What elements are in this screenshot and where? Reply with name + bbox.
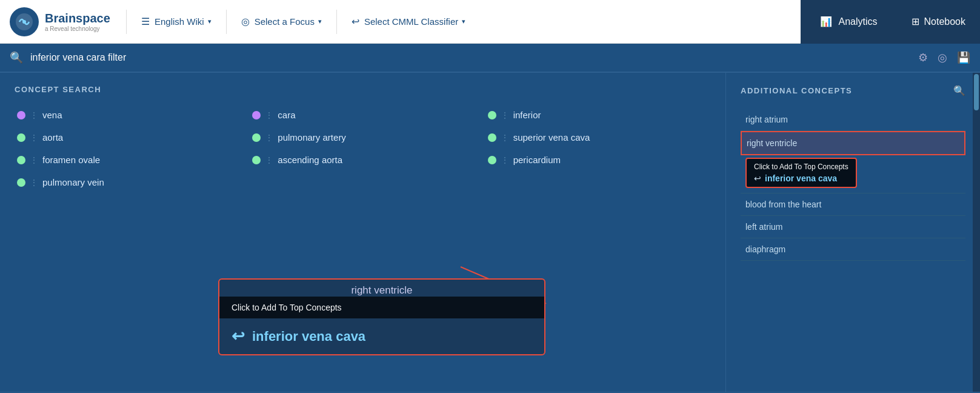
concept-aorta[interactable]: ⋮ aorta	[15, 129, 240, 146]
concept-label: pulmonary vein	[42, 177, 104, 187]
concept-label: cara	[278, 110, 295, 120]
drag-handle: ⋮	[501, 156, 508, 164]
svg-point-1	[22, 20, 26, 24]
concept-label: inferior	[513, 110, 541, 120]
filter-icon[interactable]: ⚙	[918, 51, 928, 64]
concept-pulmonary-artery[interactable]: ⋮ pulmonary artery	[250, 129, 475, 146]
concept-label: pulmonary artery	[278, 132, 346, 143]
concept-label: ascending aorta	[278, 155, 342, 165]
concept-foramen-ovale[interactable]: ⋮ foramen ovale	[15, 151, 240, 169]
classifier-label: Select CMML Classifier	[364, 16, 458, 27]
target-icon[interactable]: ◎	[938, 51, 947, 64]
focus-label: Select a Focus	[255, 16, 315, 27]
search-actions: ⚙ ◎ 💾	[918, 51, 970, 64]
concept-superior-vena-cava[interactable]: ⋮ superior vena cava	[485, 129, 711, 146]
classifier-icon: ↩	[352, 16, 359, 27]
concept-search-title: CONCEPT SEARCH	[15, 85, 711, 94]
drag-handle: ⋮	[30, 156, 38, 164]
additional-item-diaphragm[interactable]: diaphragm	[741, 238, 965, 261]
bottom-popup-label: Click to Add To Top Concepts	[219, 297, 544, 318]
tooltip-item[interactable]: ↩ inferior vena cava	[754, 173, 848, 183]
notebook-icon: ⊞	[912, 16, 919, 27]
concept-label: pericardium	[513, 155, 561, 165]
dot-purple	[17, 111, 25, 119]
brand-sub: a Reveal technology	[45, 25, 110, 32]
dot-green	[252, 133, 261, 142]
bottom-popup-item[interactable]: ↩ inferior vena cava	[219, 318, 544, 354]
dot-green	[252, 156, 261, 164]
save-icon[interactable]: 💾	[957, 51, 970, 64]
concept-cara[interactable]: ⋮ cara	[250, 106, 475, 124]
dot-green	[17, 178, 25, 187]
bottom-popup-above-text: right ventricle	[219, 280, 544, 297]
analytics-button[interactable]: 📊 Analytics	[801, 0, 896, 44]
concept-vena[interactable]: ⋮ vena	[15, 106, 240, 124]
drag-handle: ⋮	[265, 111, 273, 119]
wiki-label: English Wiki	[155, 16, 204, 27]
dot-green	[488, 156, 496, 164]
concept-ascending-aorta[interactable]: ⋮ ascending aorta	[250, 151, 475, 169]
bottom-popup-cursor-icon: ↩	[232, 327, 245, 346]
notebook-label: Notebook	[924, 16, 966, 27]
concept-label: aorta	[42, 132, 63, 143]
main-content: CONCEPT SEARCH ⋮ vena ⋮ cara ⋮ inferior	[0, 73, 980, 392]
brand-name: Brainspace	[45, 12, 110, 25]
dot-green	[488, 133, 496, 142]
right-panel: ADDITIONAL CONCEPTS 🔍 right atrium right…	[725, 73, 980, 392]
additional-concepts-title: ADDITIONAL CONCEPTS	[741, 86, 852, 95]
additional-item-right-atrium[interactable]: right atrium	[741, 109, 965, 131]
bottom-popup-item-label: inferior vena cava	[252, 329, 365, 344]
concept-inferior[interactable]: ⋮ inferior	[485, 106, 711, 124]
dot-green	[17, 133, 25, 142]
wiki-chevron: ▾	[208, 18, 212, 25]
nav-select-classifier[interactable]: ↩ Select CMML Classifier ▾	[342, 0, 475, 43]
concept-label: foramen ovale	[42, 155, 100, 165]
tooltip-item-label: inferior vena cava	[765, 173, 837, 183]
bottom-popup: right ventricle Click to Add To Top Conc…	[218, 278, 545, 355]
drag-handle: ⋮	[265, 156, 273, 164]
additional-item-tooltip: Click to Add To Top Concepts ↩ inferior …	[741, 155, 965, 193]
top-nav: Brainspace a Reveal technology ☰ English…	[0, 0, 980, 44]
logo-icon	[10, 7, 39, 36]
search-icon: 🔍	[10, 51, 23, 64]
concept-label: vena	[42, 110, 62, 120]
additional-list: right atrium right ventricle Click to Ad…	[741, 109, 965, 261]
focus-icon: ◎	[241, 16, 250, 27]
drag-handle: ⋮	[265, 133, 273, 142]
document-icon: ☰	[141, 16, 150, 27]
nav-english-wiki[interactable]: ☰ English Wiki ▾	[132, 0, 221, 43]
logo-area: Brainspace a Reveal technology	[0, 7, 121, 36]
nav-divider-2	[226, 10, 227, 34]
drag-handle: ⋮	[30, 178, 38, 187]
concept-label: superior vena cava	[513, 132, 590, 143]
concept-pulmonary-vein[interactable]: ⋮ pulmonary vein	[15, 173, 240, 191]
scrollbar[interactable]	[973, 73, 980, 392]
additional-item-blood[interactable]: blood from the heart	[741, 193, 965, 216]
additional-header: ADDITIONAL CONCEPTS 🔍	[741, 85, 965, 96]
drag-handle: ⋮	[30, 133, 38, 142]
drag-handle: ⋮	[501, 111, 508, 119]
drag-handle: ⋮	[30, 111, 38, 119]
nav-divider-3	[336, 10, 337, 34]
dot-green	[488, 111, 496, 119]
focus-chevron: ▾	[318, 18, 322, 25]
nav-select-focus[interactable]: ◎ Select a Focus ▾	[232, 0, 332, 43]
dot-green	[17, 156, 25, 164]
analytics-label: Analytics	[838, 16, 877, 27]
additional-item-left-atrium[interactable]: left atrium	[741, 216, 965, 238]
tooltip-cursor-icon: ↩	[754, 173, 761, 183]
tooltip-label: Click to Add To Top Concepts	[754, 163, 848, 171]
scrollbar-thumb	[974, 74, 979, 110]
concept-grid: ⋮ vena ⋮ cara ⋮ inferior ⋮ aorta ⋮	[15, 106, 711, 191]
additional-search-icon[interactable]: 🔍	[953, 85, 965, 96]
nav-divider-1	[126, 10, 127, 34]
drag-handle: ⋮	[501, 133, 508, 142]
notebook-button[interactable]: ⊞ Notebook	[897, 0, 981, 44]
classifier-chevron: ▾	[462, 18, 465, 25]
search-bar: 🔍 ⚙ ◎ 💾	[0, 44, 980, 73]
analytics-icon: 📊	[820, 16, 832, 27]
dot-purple	[252, 111, 261, 119]
additional-item-right-ventricle[interactable]: right ventricle	[741, 131, 965, 155]
search-input[interactable]	[30, 52, 918, 63]
concept-pericardium[interactable]: ⋮ pericardium	[485, 151, 711, 169]
